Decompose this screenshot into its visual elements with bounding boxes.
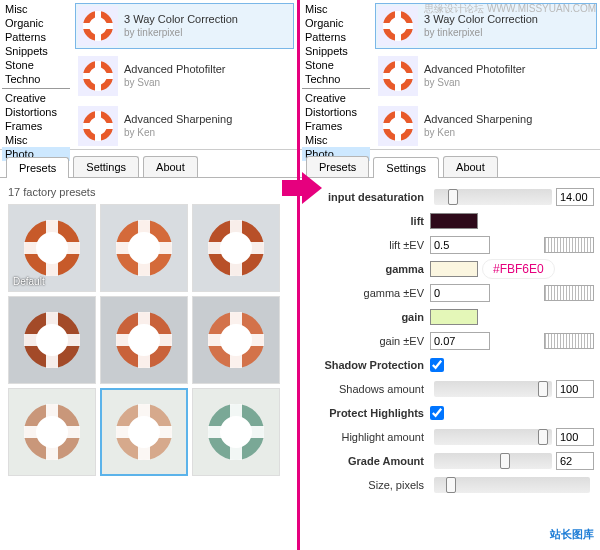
field-gamma-ev[interactable] <box>430 284 490 302</box>
filter-author: by Svan <box>124 76 226 89</box>
tab-about[interactable]: About <box>443 156 498 177</box>
svg-marker-0 <box>282 172 322 204</box>
stepper-gain-ev[interactable] <box>544 333 594 349</box>
category-item[interactable]: Distortions <box>2 105 70 119</box>
filter-author: by Ken <box>424 126 532 139</box>
stepper-gamma-ev[interactable] <box>544 285 594 301</box>
settings-panel: input desaturation lift lift ±EV gamma #… <box>300 178 600 506</box>
tab-about[interactable]: About <box>143 156 198 177</box>
label-gamma: gamma <box>300 263 430 275</box>
label-gain-ev: gain ±EV <box>300 335 430 347</box>
swatch-lift[interactable] <box>430 213 478 229</box>
category-item[interactable]: Techno <box>2 72 70 86</box>
category-item[interactable]: Frames <box>302 119 370 133</box>
label-lift-ev: lift ±EV <box>300 239 430 251</box>
category-item[interactable]: Patterns <box>302 30 370 44</box>
checkbox-protect-highlights[interactable] <box>430 406 444 420</box>
presets-count: 17 factory presets <box>8 186 289 198</box>
field-input-desaturation[interactable] <box>556 188 594 206</box>
preset-thumb[interactable] <box>192 296 280 384</box>
after-pane: MiscOrganicPatternsSnippetsStoneTechnoCr… <box>300 0 600 550</box>
slider-shadows-amount[interactable] <box>434 381 552 397</box>
filter-thumb <box>378 56 418 96</box>
category-list: MiscOrganicPatternsSnippetsStoneTechnoCr… <box>0 0 72 149</box>
gamma-hex-pill: #FBF6E0 <box>482 259 555 279</box>
preset-thumb[interactable] <box>100 204 188 292</box>
tab-presets[interactable]: Presets <box>6 157 69 178</box>
field-lift-ev[interactable] <box>430 236 490 254</box>
slider-highlight-amount[interactable] <box>434 429 552 445</box>
label-shadows-amount: Shadows amount <box>300 383 430 395</box>
category-item[interactable]: Misc <box>2 133 70 147</box>
filter-title: Advanced Photofilter <box>424 63 526 76</box>
tab-settings[interactable]: Settings <box>373 157 439 178</box>
preset-grid: Default <box>8 204 289 476</box>
stepper-lift-ev[interactable] <box>544 237 594 253</box>
filter-thumb <box>378 6 418 46</box>
filter-title: Advanced Photofilter <box>124 63 226 76</box>
filter-item[interactable]: Advanced Sharpeningby Ken <box>75 103 294 149</box>
preset-thumb[interactable] <box>8 296 96 384</box>
category-item[interactable]: Stone <box>2 58 70 72</box>
field-grade-amount[interactable] <box>556 452 594 470</box>
category-item[interactable]: Snippets <box>2 44 70 58</box>
filter-author: by Ken <box>124 126 232 139</box>
category-list: MiscOrganicPatternsSnippetsStoneTechnoCr… <box>300 0 372 149</box>
label-shadow-protection: Shadow Protection <box>300 359 430 371</box>
filter-item[interactable]: Advanced Sharpeningby Ken <box>375 103 597 149</box>
filter-item[interactable]: 3 Way Color Correctionby tinkerpixel <box>75 3 294 49</box>
watermark-bottom: 站长图库 <box>550 527 594 542</box>
field-shadows-amount[interactable] <box>556 380 594 398</box>
filter-title: Advanced Sharpening <box>124 113 232 126</box>
category-item[interactable]: Snippets <box>302 44 370 58</box>
label-gamma-ev: gamma ±EV <box>300 287 430 299</box>
category-item[interactable]: Stone <box>302 58 370 72</box>
filter-thumb <box>78 106 118 146</box>
category-item[interactable]: Distortions <box>302 105 370 119</box>
preset-thumb[interactable] <box>100 388 188 476</box>
filter-item[interactable]: Advanced Photofilterby Svan <box>375 53 597 99</box>
slider-size-pixels[interactable] <box>434 477 590 493</box>
category-item[interactable]: Organic <box>2 16 70 30</box>
label-lift: lift <box>300 215 430 227</box>
label-grade-amount: Grade Amount <box>300 455 430 467</box>
filter-author: by tinkerpixel <box>124 26 238 39</box>
preset-thumb[interactable] <box>192 388 280 476</box>
label-size-pixels: Size, pixels <box>300 479 430 491</box>
field-highlight-amount[interactable] <box>556 428 594 446</box>
category-item[interactable]: Misc <box>2 2 70 16</box>
checkbox-shadow-protection[interactable] <box>430 358 444 372</box>
slider-input-desaturation[interactable] <box>434 189 552 205</box>
preset-thumb[interactable] <box>100 296 188 384</box>
preset-thumb[interactable] <box>192 204 280 292</box>
category-item[interactable]: Frames <box>2 119 70 133</box>
label-gain: gain <box>300 311 430 323</box>
category-item[interactable]: Misc <box>302 2 370 16</box>
filter-thumb <box>78 56 118 96</box>
before-pane: MiscOrganicPatternsSnippetsStoneTechnoCr… <box>0 0 300 550</box>
filter-author: by Svan <box>424 76 526 89</box>
category-item[interactable]: Creative <box>302 91 370 105</box>
label-protect-highlights: Protect Highlights <box>300 407 430 419</box>
field-gain-ev[interactable] <box>430 332 490 350</box>
filter-thumb <box>378 106 418 146</box>
preset-label: Default <box>13 276 45 287</box>
filter-list: 3 Way Color Correctionby tinkerpixelAdva… <box>72 0 297 149</box>
slider-grade-amount[interactable] <box>434 453 552 469</box>
filter-list: 3 Way Color Correctionby tinkerpixelAdva… <box>372 0 600 149</box>
category-item[interactable]: Misc <box>302 133 370 147</box>
swatch-gamma[interactable] <box>430 261 478 277</box>
filter-author: by tinkerpixel <box>424 26 538 39</box>
category-item[interactable]: Organic <box>302 16 370 30</box>
tab-settings[interactable]: Settings <box>73 156 139 177</box>
preset-thumb[interactable] <box>8 388 96 476</box>
filter-item[interactable]: Advanced Photofilterby Svan <box>75 53 294 99</box>
filter-title: Advanced Sharpening <box>424 113 532 126</box>
category-item[interactable]: Creative <box>2 91 70 105</box>
category-item[interactable]: Patterns <box>2 30 70 44</box>
preset-thumb[interactable]: Default <box>8 204 96 292</box>
label-highlight-amount: Highlight amount <box>300 431 430 443</box>
filter-title: 3 Way Color Correction <box>124 13 238 26</box>
swatch-gain[interactable] <box>430 309 478 325</box>
category-item[interactable]: Techno <box>302 72 370 86</box>
